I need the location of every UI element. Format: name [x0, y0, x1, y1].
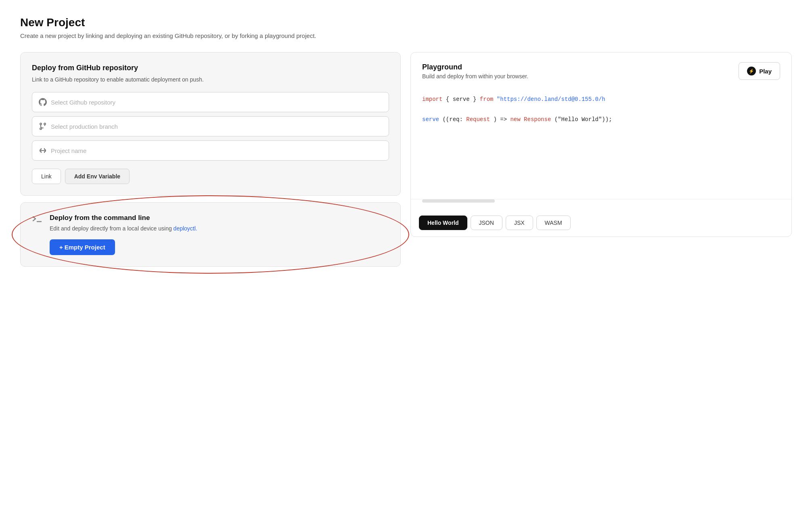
type-response: Response — [524, 116, 551, 123]
project-icon — [39, 147, 47, 155]
keyword-import: import — [422, 96, 442, 103]
link-button[interactable]: Link — [32, 169, 61, 184]
fn-serve: serve — [422, 116, 439, 123]
project-name-placeholder: Project name — [51, 147, 86, 154]
keyword-from: from — [480, 96, 494, 103]
play-icon: ⚡ — [747, 67, 756, 75]
tab-wasm[interactable]: WASM — [536, 216, 571, 230]
cmd-desc: Edit and deploy directly from a local de… — [50, 224, 389, 233]
code-area: import { serve } from "https://deno.land… — [411, 86, 791, 199]
cards-container: Deploy from GitHub repository Link to a … — [20, 52, 792, 267]
deploy-cmd-card: Deploy from the command line Edit and de… — [20, 202, 401, 267]
deploy-github-card: Deploy from GitHub repository Link to a … — [20, 52, 401, 196]
left-column: Deploy from GitHub repository Link to a … — [20, 52, 401, 267]
playground-desc: Build and deploy from within your browse… — [422, 73, 528, 80]
playground-title-group: Playground Build and deploy from within … — [422, 63, 528, 80]
playground-card: Playground Build and deploy from within … — [410, 52, 792, 237]
github-icon — [39, 98, 47, 106]
type-request: Request — [466, 116, 490, 123]
deploy-button-row: Link Add Env Variable — [32, 169, 389, 184]
code-line-blank — [422, 105, 780, 115]
branch-icon — [39, 122, 47, 130]
code-line-2: serve ((req: Request ) => new Response (… — [422, 115, 780, 125]
deploy-github-title: Deploy from GitHub repository — [32, 64, 389, 72]
string-url: "https://deno.land/std@0.155.0/h — [497, 96, 605, 103]
code-scrollbar[interactable] — [422, 199, 495, 203]
cmd-card-inner: Deploy from the command line Edit and de… — [32, 214, 389, 255]
svg-point-2 — [40, 128, 42, 130]
project-name-input[interactable]: Project name — [32, 140, 389, 161]
playground-title: Playground — [422, 63, 528, 71]
page-title: New Project — [20, 16, 792, 29]
page-subtitle: Create a new project by linking and depl… — [20, 32, 792, 39]
page-header: New Project Create a new project by link… — [20, 16, 792, 39]
deploy-github-desc: Link to a GitHub repository to enable au… — [32, 75, 389, 84]
branch-placeholder: Select production branch — [51, 123, 118, 130]
deployctl-link[interactable]: deployctl. — [174, 225, 197, 232]
playground-header: Playground Build and deploy from within … — [411, 52, 791, 86]
repo-placeholder: Select Github repository — [51, 99, 115, 106]
empty-project-button[interactable]: + Empty Project — [50, 239, 115, 255]
add-env-button[interactable]: Add Env Variable — [65, 169, 130, 184]
plus-icon: + — [59, 244, 63, 251]
tab-hello-world[interactable]: Hello World — [419, 216, 467, 230]
keyword-new: new — [510, 116, 520, 123]
playground-tabs: Hello World JSON JSX WASM — [411, 209, 791, 237]
play-button[interactable]: ⚡ Play — [739, 62, 780, 80]
cmd-title: Deploy from the command line — [50, 214, 389, 222]
cmd-content: Deploy from the command line Edit and de… — [50, 214, 389, 255]
branch-select[interactable]: Select production branch — [32, 116, 389, 136]
terminal-icon — [32, 215, 43, 226]
tab-jsx[interactable]: JSX — [506, 216, 533, 230]
code-line-1: import { serve } from "https://deno.land… — [422, 94, 780, 105]
tab-json[interactable]: JSON — [471, 216, 502, 230]
repo-select[interactable]: Select Github repository — [32, 92, 389, 112]
